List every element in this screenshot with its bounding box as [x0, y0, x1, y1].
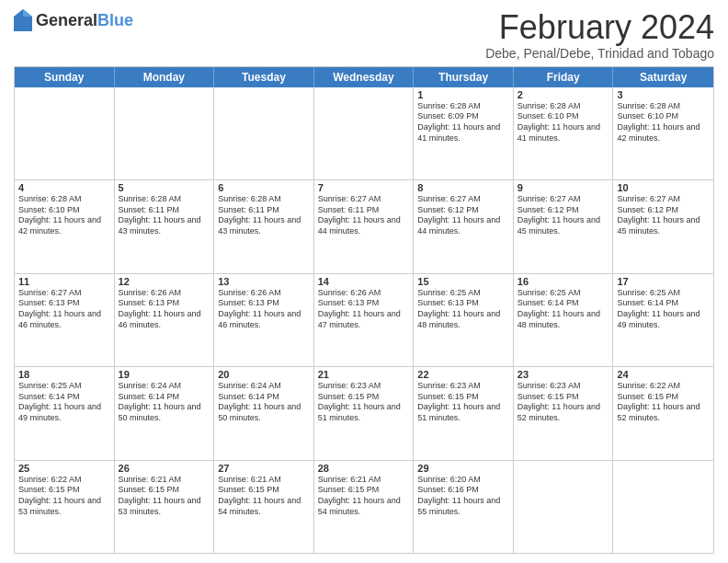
day-of-week-header: Monday [115, 67, 215, 87]
calendar-row: 18Sunrise: 6:25 AM Sunset: 6:14 PM Dayli… [15, 367, 713, 460]
day-of-week-header: Thursday [414, 67, 514, 87]
day-info: Sunrise: 6:24 AM Sunset: 6:14 PM Dayligh… [218, 381, 310, 424]
day-info: Sunrise: 6:27 AM Sunset: 6:12 PM Dayligh… [617, 194, 710, 237]
empty-cell [613, 461, 713, 553]
empty-cell [514, 461, 614, 553]
day-info: Sunrise: 6:25 AM Sunset: 6:14 PM Dayligh… [518, 288, 609, 331]
empty-cell [115, 87, 215, 179]
day-info: Sunrise: 6:27 AM Sunset: 6:13 PM Dayligh… [18, 288, 110, 331]
day-number: 25 [18, 463, 110, 474]
calendar-day: 17Sunrise: 6:25 AM Sunset: 6:14 PM Dayli… [613, 274, 713, 366]
calendar-day: 5Sunrise: 6:28 AM Sunset: 6:11 PM Daylig… [115, 180, 215, 272]
day-number: 29 [417, 463, 509, 474]
empty-cell [214, 87, 314, 179]
day-number: 20 [218, 369, 310, 380]
calendar-row: 11Sunrise: 6:27 AM Sunset: 6:13 PM Dayli… [15, 274, 713, 367]
day-number: 23 [518, 369, 609, 380]
day-number: 12 [119, 276, 210, 287]
day-of-week-header: Wednesday [314, 67, 415, 87]
calendar-day: 26Sunrise: 6:21 AM Sunset: 6:15 PM Dayli… [115, 461, 215, 553]
day-info: Sunrise: 6:28 AM Sunset: 6:10 PM Dayligh… [617, 101, 710, 144]
day-number: 22 [417, 369, 509, 380]
day-number: 27 [218, 463, 310, 474]
calendar-day: 28Sunrise: 6:21 AM Sunset: 6:15 PM Dayli… [314, 461, 415, 553]
calendar-day: 19Sunrise: 6:24 AM Sunset: 6:14 PM Dayli… [115, 367, 215, 459]
day-info: Sunrise: 6:22 AM Sunset: 6:15 PM Dayligh… [617, 381, 710, 424]
calendar-day: 4Sunrise: 6:28 AM Sunset: 6:10 PM Daylig… [15, 180, 115, 272]
calendar-day: 2Sunrise: 6:28 AM Sunset: 6:10 PM Daylig… [514, 87, 614, 179]
day-info: Sunrise: 6:27 AM Sunset: 6:11 PM Dayligh… [318, 194, 410, 237]
calendar-row: 4Sunrise: 6:28 AM Sunset: 6:10 PM Daylig… [15, 180, 713, 273]
day-number: 15 [417, 276, 509, 287]
calendar-day: 16Sunrise: 6:25 AM Sunset: 6:14 PM Dayli… [514, 274, 614, 366]
day-info: Sunrise: 6:28 AM Sunset: 6:10 PM Dayligh… [518, 101, 609, 144]
day-info: Sunrise: 6:27 AM Sunset: 6:12 PM Dayligh… [417, 194, 509, 237]
calendar-day: 15Sunrise: 6:25 AM Sunset: 6:13 PM Dayli… [414, 274, 514, 366]
day-info: Sunrise: 6:21 AM Sunset: 6:15 PM Dayligh… [318, 475, 410, 518]
day-number: 9 [518, 182, 609, 193]
calendar-day: 24Sunrise: 6:22 AM Sunset: 6:15 PM Dayli… [613, 367, 713, 459]
day-info: Sunrise: 6:23 AM Sunset: 6:15 PM Dayligh… [318, 381, 410, 424]
day-of-week-header: Saturday [613, 67, 713, 87]
logo: GeneralBlue [14, 9, 133, 31]
calendar-day: 23Sunrise: 6:23 AM Sunset: 6:15 PM Dayli… [514, 367, 614, 459]
day-number: 11 [18, 276, 110, 287]
calendar-day: 20Sunrise: 6:24 AM Sunset: 6:14 PM Dayli… [214, 367, 314, 459]
day-info: Sunrise: 6:26 AM Sunset: 6:13 PM Dayligh… [119, 288, 210, 331]
day-info: Sunrise: 6:25 AM Sunset: 6:13 PM Dayligh… [417, 288, 509, 331]
day-number: 19 [119, 369, 210, 380]
day-info: Sunrise: 6:27 AM Sunset: 6:12 PM Dayligh… [518, 194, 609, 237]
day-number: 4 [18, 182, 110, 193]
calendar-day: 22Sunrise: 6:23 AM Sunset: 6:15 PM Dayli… [414, 367, 514, 459]
calendar-day: 11Sunrise: 6:27 AM Sunset: 6:13 PM Dayli… [15, 274, 115, 366]
calendar-body: 1Sunrise: 6:28 AM Sunset: 6:09 PM Daylig… [15, 87, 713, 553]
calendar-day: 3Sunrise: 6:28 AM Sunset: 6:10 PM Daylig… [613, 87, 713, 179]
subtitle: Debe, Penal/Debe, Trinidad and Tobago [485, 46, 714, 61]
day-number: 8 [417, 182, 509, 193]
calendar-day: 1Sunrise: 6:28 AM Sunset: 6:09 PM Daylig… [414, 87, 514, 179]
calendar-day: 13Sunrise: 6:26 AM Sunset: 6:13 PM Dayli… [214, 274, 314, 366]
day-info: Sunrise: 6:25 AM Sunset: 6:14 PM Dayligh… [617, 288, 710, 331]
logo-icon [14, 9, 32, 31]
calendar-day: 14Sunrise: 6:26 AM Sunset: 6:13 PM Dayli… [314, 274, 415, 366]
day-info: Sunrise: 6:23 AM Sunset: 6:15 PM Dayligh… [518, 381, 609, 424]
calendar-day: 21Sunrise: 6:23 AM Sunset: 6:15 PM Dayli… [314, 367, 415, 459]
day-number: 5 [119, 182, 210, 193]
day-of-week-header: Sunday [15, 67, 115, 87]
header: GeneralBlue February 2024 Debe, Penal/De… [14, 9, 714, 61]
day-number: 3 [617, 89, 710, 100]
day-number: 21 [318, 369, 410, 380]
calendar-day: 18Sunrise: 6:25 AM Sunset: 6:14 PM Dayli… [15, 367, 115, 459]
page: GeneralBlue February 2024 Debe, Penal/De… [0, 0, 728, 563]
empty-cell [15, 87, 115, 179]
calendar-header: SundayMondayTuesdayWednesdayThursdayFrid… [15, 67, 713, 87]
calendar-row: 25Sunrise: 6:22 AM Sunset: 6:15 PM Dayli… [15, 461, 713, 553]
day-info: Sunrise: 6:20 AM Sunset: 6:16 PM Dayligh… [417, 475, 509, 518]
day-of-week-header: Friday [514, 67, 614, 87]
day-of-week-header: Tuesday [214, 67, 314, 87]
calendar-day: 9Sunrise: 6:27 AM Sunset: 6:12 PM Daylig… [514, 180, 614, 272]
day-info: Sunrise: 6:28 AM Sunset: 6:09 PM Dayligh… [417, 101, 509, 144]
header-right: February 2024 Debe, Penal/Debe, Trinidad… [485, 9, 714, 61]
day-number: 16 [518, 276, 609, 287]
day-number: 28 [318, 463, 410, 474]
calendar-day: 8Sunrise: 6:27 AM Sunset: 6:12 PM Daylig… [414, 180, 514, 272]
day-info: Sunrise: 6:28 AM Sunset: 6:11 PM Dayligh… [218, 194, 310, 237]
calendar-day: 12Sunrise: 6:26 AM Sunset: 6:13 PM Dayli… [115, 274, 215, 366]
calendar-day: 10Sunrise: 6:27 AM Sunset: 6:12 PM Dayli… [613, 180, 713, 272]
calendar-day: 6Sunrise: 6:28 AM Sunset: 6:11 PM Daylig… [214, 180, 314, 272]
day-number: 17 [617, 276, 710, 287]
calendar-row: 1Sunrise: 6:28 AM Sunset: 6:09 PM Daylig… [15, 87, 713, 180]
day-info: Sunrise: 6:23 AM Sunset: 6:15 PM Dayligh… [417, 381, 509, 424]
calendar: SundayMondayTuesdayWednesdayThursdayFrid… [14, 66, 714, 554]
day-info: Sunrise: 6:26 AM Sunset: 6:13 PM Dayligh… [218, 288, 310, 331]
logo-general: General [36, 11, 97, 29]
day-info: Sunrise: 6:28 AM Sunset: 6:11 PM Dayligh… [119, 194, 210, 237]
day-info: Sunrise: 6:25 AM Sunset: 6:14 PM Dayligh… [18, 381, 110, 424]
calendar-day: 27Sunrise: 6:21 AM Sunset: 6:15 PM Dayli… [214, 461, 314, 553]
day-number: 26 [119, 463, 210, 474]
empty-cell [314, 87, 415, 179]
calendar-day: 29Sunrise: 6:20 AM Sunset: 6:16 PM Dayli… [414, 461, 514, 553]
day-number: 24 [617, 369, 710, 380]
day-number: 2 [518, 89, 609, 100]
